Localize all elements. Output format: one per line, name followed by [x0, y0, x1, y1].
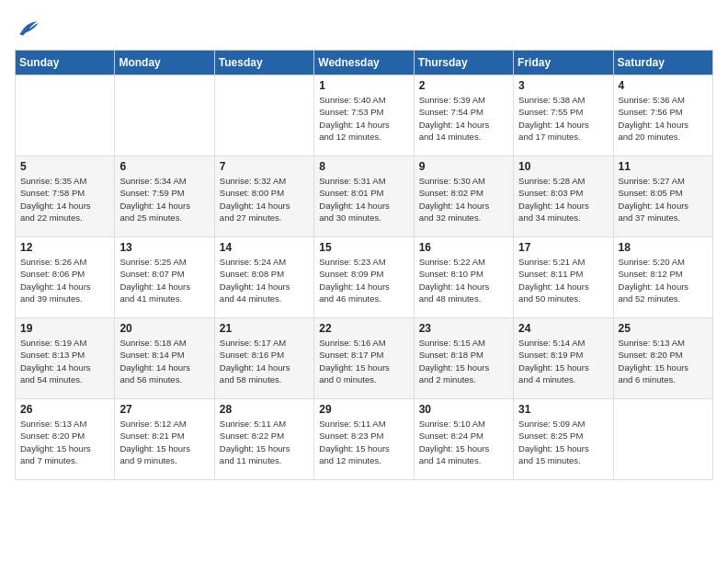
- day-info: Sunrise: 5:27 AM Sunset: 8:05 PM Dayligh…: [619, 175, 708, 224]
- page-header: [15, 15, 713, 40]
- calendar-header: Sunday Monday Tuesday Wednesday Thursday…: [16, 51, 713, 75]
- calendar-cell: [613, 399, 712, 480]
- calendar-cell: 8Sunrise: 5:31 AM Sunset: 8:01 PM Daylig…: [314, 156, 414, 237]
- day-number: 19: [20, 322, 109, 335]
- day-info: Sunrise: 5:25 AM Sunset: 8:07 PM Dayligh…: [119, 256, 209, 304]
- day-info: Sunrise: 5:38 AM Sunset: 7:55 PM Dayligh…: [518, 94, 608, 143]
- day-number: 17: [518, 241, 608, 254]
- calendar-cell: 19Sunrise: 5:19 AM Sunset: 8:13 PM Dayli…: [16, 318, 115, 399]
- day-info: Sunrise: 5:20 AM Sunset: 8:12 PM Dayligh…: [619, 256, 708, 304]
- calendar-cell: 1Sunrise: 5:40 AM Sunset: 7:53 PM Daylig…: [314, 75, 414, 156]
- calendar-cell: 13Sunrise: 5:25 AM Sunset: 8:07 PM Dayli…: [115, 237, 214, 318]
- header-row: Sunday Monday Tuesday Wednesday Thursday…: [16, 51, 713, 75]
- day-number: 14: [220, 241, 309, 254]
- calendar-table: Sunday Monday Tuesday Wednesday Thursday…: [15, 50, 713, 480]
- calendar-cell: 14Sunrise: 5:24 AM Sunset: 8:08 PM Dayli…: [214, 237, 313, 318]
- calendar-cell: 6Sunrise: 5:34 AM Sunset: 7:59 PM Daylig…: [115, 156, 214, 237]
- calendar-cell: 27Sunrise: 5:12 AM Sunset: 8:21 PM Dayli…: [115, 399, 214, 480]
- day-number: 4: [619, 79, 708, 92]
- day-info: Sunrise: 5:36 AM Sunset: 7:56 PM Dayligh…: [619, 94, 708, 143]
- calendar-cell: [16, 75, 115, 156]
- calendar-cell: 16Sunrise: 5:22 AM Sunset: 8:10 PM Dayli…: [414, 237, 513, 318]
- calendar-cell: 17Sunrise: 5:21 AM Sunset: 8:11 PM Dayli…: [514, 237, 613, 318]
- col-tuesday: Tuesday: [214, 51, 313, 75]
- day-info: Sunrise: 5:28 AM Sunset: 8:03 PM Dayligh…: [518, 175, 608, 224]
- day-info: Sunrise: 5:31 AM Sunset: 8:01 PM Dayligh…: [319, 175, 408, 224]
- col-sunday: Sunday: [16, 51, 115, 75]
- day-number: 13: [119, 241, 209, 254]
- day-info: Sunrise: 5:11 AM Sunset: 8:23 PM Dayligh…: [319, 418, 408, 466]
- day-number: 6: [119, 160, 209, 173]
- day-number: 23: [419, 322, 508, 335]
- day-number: 28: [220, 403, 309, 416]
- day-number: 24: [518, 322, 608, 335]
- calendar-cell: 5Sunrise: 5:35 AM Sunset: 7:58 PM Daylig…: [16, 156, 115, 237]
- col-friday: Friday: [514, 51, 613, 75]
- calendar-week-1: 1Sunrise: 5:40 AM Sunset: 7:53 PM Daylig…: [16, 75, 713, 156]
- day-number: 29: [319, 403, 408, 416]
- day-number: 12: [20, 241, 109, 254]
- day-info: Sunrise: 5:26 AM Sunset: 8:06 PM Dayligh…: [20, 256, 109, 304]
- day-info: Sunrise: 5:40 AM Sunset: 7:53 PM Dayligh…: [319, 94, 408, 143]
- calendar-week-4: 19Sunrise: 5:19 AM Sunset: 8:13 PM Dayli…: [16, 318, 713, 399]
- day-info: Sunrise: 5:13 AM Sunset: 8:20 PM Dayligh…: [20, 418, 109, 466]
- day-info: Sunrise: 5:19 AM Sunset: 8:13 PM Dayligh…: [20, 337, 109, 385]
- calendar-cell: 30Sunrise: 5:10 AM Sunset: 8:24 PM Dayli…: [414, 399, 513, 480]
- day-info: Sunrise: 5:11 AM Sunset: 8:22 PM Dayligh…: [220, 418, 309, 466]
- calendar-week-5: 26Sunrise: 5:13 AM Sunset: 8:20 PM Dayli…: [16, 399, 713, 480]
- day-number: 20: [119, 322, 209, 335]
- calendar-cell: [214, 75, 313, 156]
- day-info: Sunrise: 5:15 AM Sunset: 8:18 PM Dayligh…: [419, 337, 508, 385]
- calendar-cell: 4Sunrise: 5:36 AM Sunset: 7:56 PM Daylig…: [613, 75, 712, 156]
- day-number: 27: [119, 403, 209, 416]
- day-info: Sunrise: 5:14 AM Sunset: 8:19 PM Dayligh…: [518, 337, 608, 385]
- day-info: Sunrise: 5:12 AM Sunset: 8:21 PM Dayligh…: [119, 418, 209, 466]
- calendar-cell: 9Sunrise: 5:30 AM Sunset: 8:02 PM Daylig…: [414, 156, 513, 237]
- day-number: 15: [319, 241, 408, 254]
- col-wednesday: Wednesday: [314, 51, 414, 75]
- day-info: Sunrise: 5:39 AM Sunset: 7:54 PM Dayligh…: [419, 94, 508, 143]
- calendar-cell: 3Sunrise: 5:38 AM Sunset: 7:55 PM Daylig…: [514, 75, 613, 156]
- day-info: Sunrise: 5:32 AM Sunset: 8:00 PM Dayligh…: [220, 175, 309, 224]
- day-number: 8: [319, 160, 408, 173]
- calendar-body: 1Sunrise: 5:40 AM Sunset: 7:53 PM Daylig…: [16, 75, 713, 480]
- day-number: 30: [419, 403, 508, 416]
- day-info: Sunrise: 5:35 AM Sunset: 7:58 PM Dayligh…: [20, 175, 109, 224]
- calendar-cell: 2Sunrise: 5:39 AM Sunset: 7:54 PM Daylig…: [414, 75, 513, 156]
- calendar-cell: 23Sunrise: 5:15 AM Sunset: 8:18 PM Dayli…: [414, 318, 513, 399]
- day-number: 11: [619, 160, 708, 173]
- calendar-cell: 24Sunrise: 5:14 AM Sunset: 8:19 PM Dayli…: [514, 318, 613, 399]
- calendar-cell: 15Sunrise: 5:23 AM Sunset: 8:09 PM Dayli…: [314, 237, 414, 318]
- calendar-cell: [115, 75, 214, 156]
- logo-icon: [15, 15, 40, 40]
- day-info: Sunrise: 5:16 AM Sunset: 8:17 PM Dayligh…: [319, 337, 408, 385]
- calendar-week-3: 12Sunrise: 5:26 AM Sunset: 8:06 PM Dayli…: [16, 237, 713, 318]
- day-number: 10: [518, 160, 608, 173]
- day-number: 21: [220, 322, 309, 335]
- calendar-cell: 21Sunrise: 5:17 AM Sunset: 8:16 PM Dayli…: [214, 318, 313, 399]
- calendar-cell: 28Sunrise: 5:11 AM Sunset: 8:22 PM Dayli…: [214, 399, 313, 480]
- day-number: 22: [319, 322, 408, 335]
- col-saturday: Saturday: [613, 51, 712, 75]
- calendar-cell: 26Sunrise: 5:13 AM Sunset: 8:20 PM Dayli…: [16, 399, 115, 480]
- day-number: 9: [419, 160, 508, 173]
- day-info: Sunrise: 5:09 AM Sunset: 8:25 PM Dayligh…: [518, 418, 608, 466]
- day-info: Sunrise: 5:24 AM Sunset: 8:08 PM Dayligh…: [220, 256, 309, 304]
- day-number: 25: [619, 322, 708, 335]
- col-monday: Monday: [115, 51, 214, 75]
- day-info: Sunrise: 5:21 AM Sunset: 8:11 PM Dayligh…: [518, 256, 608, 304]
- calendar-week-2: 5Sunrise: 5:35 AM Sunset: 7:58 PM Daylig…: [16, 156, 713, 237]
- calendar-cell: 20Sunrise: 5:18 AM Sunset: 8:14 PM Dayli…: [115, 318, 214, 399]
- calendar-cell: 11Sunrise: 5:27 AM Sunset: 8:05 PM Dayli…: [613, 156, 712, 237]
- calendar-cell: 25Sunrise: 5:13 AM Sunset: 8:20 PM Dayli…: [613, 318, 712, 399]
- calendar-cell: 31Sunrise: 5:09 AM Sunset: 8:25 PM Dayli…: [514, 399, 613, 480]
- day-number: 7: [220, 160, 309, 173]
- day-number: 31: [518, 403, 608, 416]
- calendar-cell: 7Sunrise: 5:32 AM Sunset: 8:00 PM Daylig…: [214, 156, 313, 237]
- calendar-cell: 22Sunrise: 5:16 AM Sunset: 8:17 PM Dayli…: [314, 318, 414, 399]
- day-info: Sunrise: 5:34 AM Sunset: 7:59 PM Dayligh…: [119, 175, 209, 224]
- day-number: 2: [419, 79, 508, 92]
- calendar-cell: 12Sunrise: 5:26 AM Sunset: 8:06 PM Dayli…: [16, 237, 115, 318]
- col-thursday: Thursday: [414, 51, 513, 75]
- day-info: Sunrise: 5:18 AM Sunset: 8:14 PM Dayligh…: [119, 337, 209, 385]
